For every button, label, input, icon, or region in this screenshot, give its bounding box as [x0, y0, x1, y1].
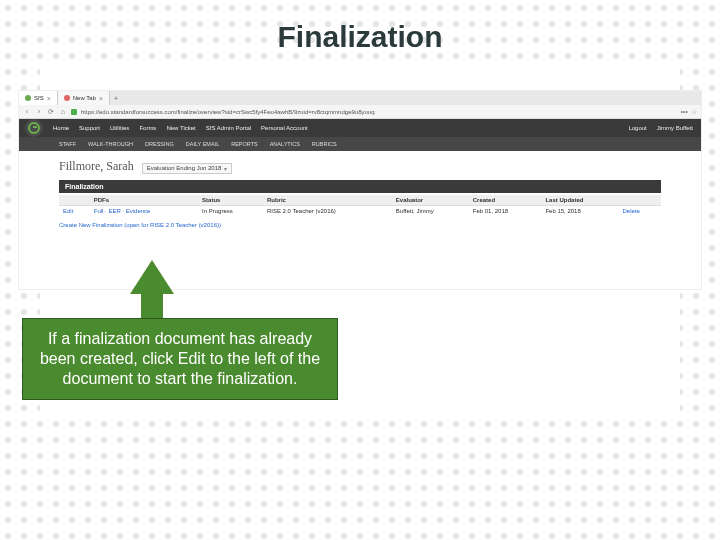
col-created: Created	[469, 195, 542, 206]
tab-label: SfS	[34, 95, 44, 101]
delete-link[interactable]: Delete	[618, 206, 661, 217]
home-icon[interactable]: ⌂	[59, 108, 67, 116]
nav-forms[interactable]: Forms	[139, 125, 156, 131]
nav-logout[interactable]: Logout	[628, 125, 646, 131]
close-icon[interactable]: ×	[47, 95, 51, 102]
tab-favicon-icon	[64, 95, 70, 101]
subnav-walkthrough[interactable]: WALK-THROUGH	[88, 141, 133, 147]
new-tab-button[interactable]: +	[110, 91, 122, 105]
nav-username[interactable]: Jimmy Buffett	[657, 125, 693, 131]
tab-label: New Tab	[73, 95, 96, 101]
table-header-row: PDFs Status Rubric Evaluator Created Las…	[59, 195, 661, 206]
col-rubric: Rubric	[263, 195, 392, 206]
col-pdfs: PDFs	[90, 195, 198, 206]
col-evaluator: Evaluator	[392, 195, 469, 206]
app-logo-icon[interactable]	[25, 119, 43, 137]
callout-box: If a finalization document has already b…	[22, 318, 338, 400]
more-icon[interactable]: •••	[681, 108, 688, 115]
cell-updated: Feb 15, 2018	[541, 206, 618, 217]
back-icon[interactable]: ‹	[23, 108, 31, 116]
page-content: Fillmore, Sarah Evaluation Ending Jun 20…	[19, 151, 701, 236]
bookmark-icon[interactable]: ☆	[691, 108, 697, 116]
nav-personal-account[interactable]: Personal Account	[261, 125, 308, 131]
col-updated: Last Updated	[541, 195, 618, 206]
cell-evaluator: Buffett, Jimmy	[392, 206, 469, 217]
browser-tab-sfs[interactable]: SfS ×	[19, 91, 58, 105]
cell-rubric: RISE 2.0 Teacher (v2016)	[263, 206, 392, 217]
subnav-rubrics[interactable]: RUBRICS	[312, 141, 337, 147]
subnav-daily-email[interactable]: DAILY EMAIL	[186, 141, 219, 147]
url-field[interactable]: https://edu.standardforsuccess.com/final…	[81, 109, 677, 115]
col-status: Status	[198, 195, 263, 206]
evaluation-dropdown-label: Evaluation Ending Jun 2018	[147, 165, 222, 171]
evaluation-dropdown[interactable]: Evaluation Ending Jun 2018 ▾	[142, 163, 233, 174]
lock-icon	[71, 109, 77, 115]
callout-arrow	[130, 260, 174, 324]
app-top-nav: Home Support Utilities Forms New Ticket …	[19, 119, 701, 137]
browser-screenshot: SfS × New Tab × + ‹ › ⟳ ⌂ https://edu.st…	[18, 90, 702, 290]
nav-admin-portal[interactable]: SfS Admin Portal	[206, 125, 251, 131]
subnav-staff[interactable]: STAFF	[59, 141, 76, 147]
arrow-up-icon	[130, 260, 174, 294]
browser-tabbar: SfS × New Tab × +	[19, 91, 701, 105]
cell-status: In Progress	[198, 206, 263, 217]
cell-created: Feb 01, 2018	[469, 206, 542, 217]
browser-address-bar: ‹ › ⟳ ⌂ https://edu.standardforsuccess.c…	[19, 105, 701, 119]
close-icon[interactable]: ×	[99, 95, 103, 102]
chevron-down-icon: ▾	[224, 165, 227, 172]
edit-link[interactable]: Edit	[59, 206, 90, 217]
subnav-analytics[interactable]: ANALYTICS	[270, 141, 300, 147]
nav-new-ticket[interactable]: New Ticket	[166, 125, 195, 131]
nav-home[interactable]: Home	[53, 125, 69, 131]
pdfs-links[interactable]: Full · EER · Evidence	[90, 206, 198, 217]
subnav-dressing[interactable]: DRESSING	[145, 141, 174, 147]
col-delete	[618, 195, 661, 206]
slide-title: Finalization	[0, 20, 720, 54]
section-header: Finalization	[59, 180, 661, 193]
app-sub-nav: STAFF WALK-THROUGH DRESSING DAILY EMAIL …	[19, 137, 701, 151]
finalization-table: PDFs Status Rubric Evaluator Created Las…	[59, 195, 661, 216]
col-edit	[59, 195, 90, 206]
tab-favicon-icon	[25, 95, 31, 101]
browser-tab-new[interactable]: New Tab ×	[58, 91, 110, 105]
subnav-reports[interactable]: REPORTS	[231, 141, 258, 147]
callout-text: If a finalization document has already b…	[40, 330, 320, 387]
person-name: Fillmore, Sarah	[59, 159, 134, 174]
table-row: Edit Full · EER · Evidence In Progress R…	[59, 206, 661, 217]
reload-icon[interactable]: ⟳	[47, 108, 55, 116]
nav-support[interactable]: Support	[79, 125, 100, 131]
nav-utilities[interactable]: Utilities	[110, 125, 129, 131]
create-new-finalization-link[interactable]: Create New Finalization (open for RISE 2…	[59, 222, 661, 228]
forward-icon[interactable]: ›	[35, 108, 43, 116]
